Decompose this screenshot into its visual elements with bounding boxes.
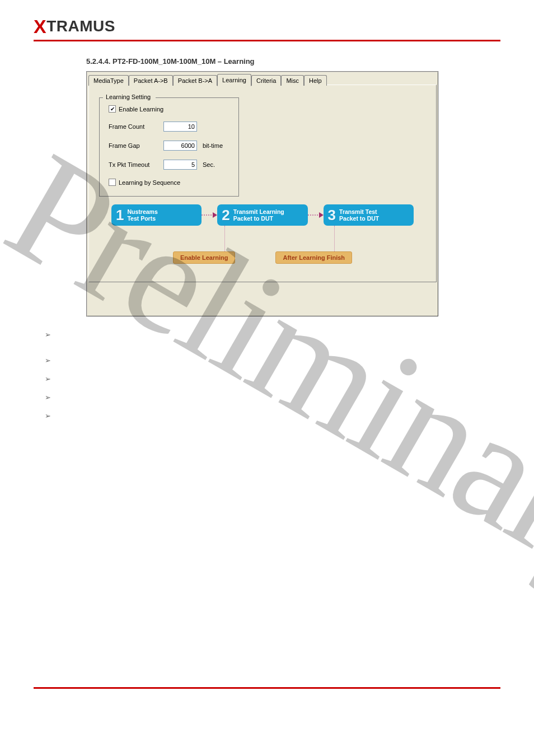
bullet-row: ➢Learning by Sequence: It changes the se…: [45, 412, 500, 427]
frame-count-label: Frame Count: [109, 123, 158, 130]
enable-learning-checkbox[interactable]: ✔: [109, 105, 116, 113]
bullet-text: Frame Gap: Duration time between learnin…: [57, 375, 218, 383]
bottom-rule: [34, 687, 500, 689]
bullet-icon: ➢: [45, 356, 51, 365]
step3-num: 3: [328, 207, 336, 224]
tab-help[interactable]: Help: [304, 75, 327, 86]
description-bullets: ➢Enable Learning: As shown in the figure…: [45, 330, 500, 427]
bullet-icon: ➢: [45, 330, 51, 346]
tab-panel-learning: Learning Setting ✔ Enable Learning Frame…: [88, 85, 437, 282]
frame-gap-unit: bit-time: [203, 142, 223, 149]
step1-num: 1: [116, 207, 124, 224]
groupbox-title: Learning Setting: [104, 94, 152, 100]
frame-gap-input[interactable]: [163, 141, 197, 151]
dialog: MediaType Packet A->B Packet B->A Learni…: [86, 71, 439, 317]
learn-seq-label: Learning by Sequence: [119, 179, 180, 186]
page: XTRAMUS 5.2.4.4. PT2-FD-100M_10M-100M_10…: [0, 0, 534, 756]
arrow-2-3-icon: [308, 214, 324, 216]
tab-strip: MediaType Packet A->B Packet B->A Learni…: [87, 73, 438, 86]
flow-step-3: 3 Transmit TestPacket to DUT: [324, 204, 414, 226]
tab-misc[interactable]: Misc: [281, 75, 304, 86]
step2-text: Transmit LearningPacket to DUT: [233, 208, 284, 222]
bullet-row: ➢Tx Pkt Timeout: If the system fails to …: [45, 393, 500, 402]
tab-packet-a-b[interactable]: Packet A->B: [129, 75, 173, 86]
bullet-icon: ➢: [45, 393, 51, 402]
tx-timeout-input[interactable]: [163, 160, 197, 170]
bullet-icon: ➢: [45, 375, 51, 383]
enable-learning-label: Enable Learning: [119, 106, 163, 113]
tab-packet-b-a[interactable]: Packet B->A: [173, 75, 217, 86]
bullet-text: Learning by Sequence: It changes the seq…: [57, 412, 500, 427]
top-rule: [34, 40, 500, 41]
tab-criteria[interactable]: Criteria: [251, 75, 281, 86]
arrow-1-2-icon: [202, 214, 217, 216]
tag-enable-learning: Enable Learning: [173, 251, 236, 264]
step1-text: NustreamsTest Ports: [127, 208, 157, 222]
dialog-inner: MediaType Packet A->B Packet B->A Learni…: [87, 72, 438, 316]
enable-learning-row: ✔ Enable Learning: [109, 105, 232, 113]
flow-steps: 1 NustreamsTest Ports 2 Transmit Learnin…: [111, 204, 414, 226]
step2-num: 2: [222, 207, 229, 224]
tag-after-finish: After Learning Finish: [275, 251, 352, 264]
flow-diagram: 1 NustreamsTest Ports 2 Transmit Learnin…: [111, 204, 414, 272]
brand-x: X: [34, 16, 46, 37]
bullet-text: Enable Learning: As shown in the figures…: [57, 330, 500, 346]
frame-gap-label: Frame Gap: [109, 142, 158, 149]
learning-setting-group: Learning Setting ✔ Enable Learning Frame…: [99, 97, 239, 197]
flow-step-2: 2 Transmit LearningPacket to DUT: [217, 204, 307, 226]
bullet-row: ➢Frame Gap: Duration time between learni…: [45, 375, 500, 383]
learn-seq-row: Learning by Sequence: [109, 179, 232, 186]
frame-count-input[interactable]: [163, 122, 197, 132]
frame-gap-row: Frame Gap bit-time: [109, 141, 232, 151]
flow-tags: Enable Learning After Learning Finish: [111, 251, 414, 264]
tab-mediatype[interactable]: MediaType: [88, 75, 129, 86]
tab-learning[interactable]: Learning: [217, 74, 251, 86]
flow-step-1: 1 NustreamsTest Ports: [111, 204, 202, 226]
bullet-text: Tx Pkt Timeout: If the system fails to s…: [57, 393, 466, 402]
learn-seq-checkbox[interactable]: [109, 179, 116, 186]
tx-timeout-unit: Sec.: [203, 161, 215, 168]
section-heading: 5.2.4.4. PT2-FD-100M_10M-100M_10M – Lear…: [86, 57, 500, 66]
tx-timeout-label: Tx Pkt Timeout: [109, 161, 158, 168]
step3-text: Transmit TestPacket to DUT: [339, 208, 379, 222]
brand-logo: XTRAMUS: [34, 16, 500, 38]
bullet-row: ➢Enable Learning: As shown in the figure…: [45, 330, 500, 346]
bullet-icon: ➢: [45, 412, 51, 427]
brand-rest: TRAMUS: [46, 17, 115, 35]
bullet-text: Frame Count: Repeat frame count per lear…: [57, 356, 247, 365]
tx-timeout-row: Tx Pkt Timeout Sec.: [109, 160, 232, 170]
frame-count-row: Frame Count: [109, 122, 232, 132]
bullet-row: ➢Frame Count: Repeat frame count per lea…: [45, 356, 500, 365]
